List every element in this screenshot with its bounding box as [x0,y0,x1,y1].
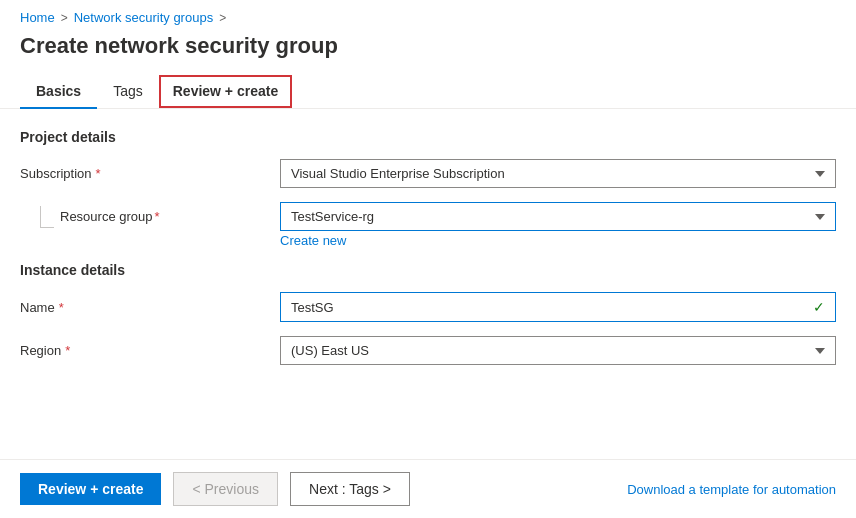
resource-group-chevron-icon [815,214,825,220]
download-template-link[interactable]: Download a template for automation [627,482,836,497]
breadcrumb-sep1: > [61,11,68,25]
create-new-link[interactable]: Create new [280,233,836,248]
breadcrumb-nsg[interactable]: Network security groups [74,10,213,25]
review-create-button[interactable]: Review + create [20,473,161,505]
tab-basics[interactable]: Basics [20,75,97,109]
subscription-dropdown[interactable]: Visual Studio Enterprise Subscription [280,159,836,188]
resource-group-outer-row: Resource group* TestService-rg [20,202,836,231]
form-body: Project details Subscription* Visual Stu… [0,109,856,365]
resource-group-control: TestService-rg [280,202,836,231]
region-row: Region* (US) East US [20,336,836,365]
subscription-chevron-icon [815,171,825,177]
project-details-title: Project details [20,129,836,145]
tab-tags[interactable]: Tags [97,75,159,109]
resource-group-dropdown[interactable]: TestService-rg [280,202,836,231]
resource-group-value: TestService-rg [291,209,374,224]
footer: Review + create < Previous Next : Tags >… [0,459,856,518]
region-dropdown[interactable]: (US) East US [280,336,836,365]
next-button[interactable]: Next : Tags > [290,472,410,506]
name-control: TestSG ✓ [280,292,836,322]
breadcrumb-sep2: > [219,11,226,25]
name-dropdown[interactable]: TestSG ✓ [280,292,836,322]
instance-details-section: Instance details Name* TestSG ✓ Region* … [20,262,836,365]
name-label: Name* [20,300,280,315]
subscription-row: Subscription* Visual Studio Enterprise S… [20,159,836,188]
previous-button[interactable]: < Previous [173,472,278,506]
name-value: TestSG [291,300,334,315]
region-chevron-icon [815,348,825,354]
name-row: Name* TestSG ✓ [20,292,836,322]
subscription-value: Visual Studio Enterprise Subscription [291,166,505,181]
region-control: (US) East US [280,336,836,365]
breadcrumb: Home > Network security groups > [0,0,856,29]
name-checkmark-icon: ✓ [813,299,825,315]
breadcrumb-home[interactable]: Home [20,10,55,25]
resource-group-label: Resource group* [20,206,280,228]
region-value: (US) East US [291,343,369,358]
tab-review-create[interactable]: Review + create [159,75,292,108]
region-label: Region* [20,343,280,358]
page-title: Create network security group [0,29,856,75]
subscription-control: Visual Studio Enterprise Subscription [280,159,836,188]
tab-bar: Basics Tags Review + create [0,75,856,109]
instance-details-title: Instance details [20,262,836,278]
subscription-label: Subscription* [20,166,280,181]
